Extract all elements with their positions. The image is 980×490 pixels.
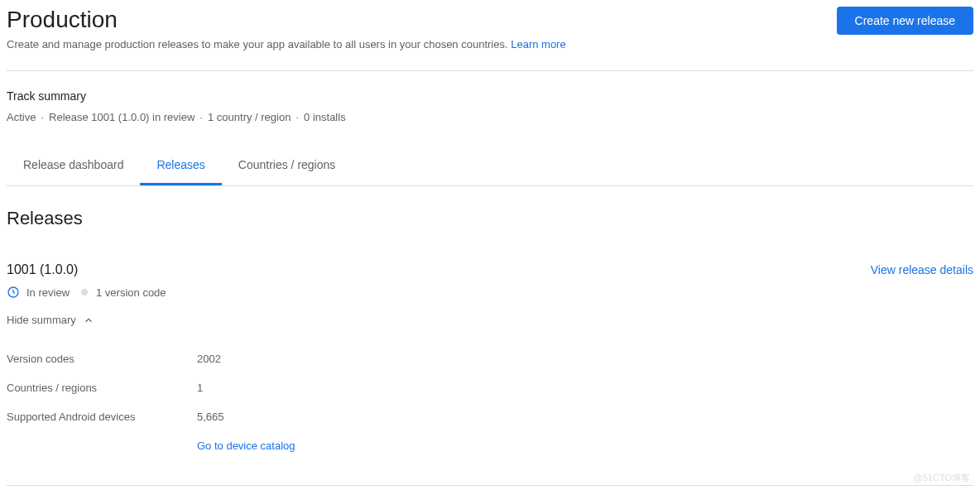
release-status-text: In review: [26, 286, 70, 299]
version-code-text: 1 version code: [96, 286, 166, 299]
create-new-release-button[interactable]: Create new release: [837, 7, 973, 35]
tab-releases[interactable]: Releases: [140, 147, 221, 185]
devices-value: 5,665: [197, 411, 224, 423]
page-subtitle: Create and manage production releases to…: [7, 38, 973, 50]
track-summary-label: Track summary: [7, 89, 973, 103]
tabs-bar: Release dashboard Releases Countries / r…: [7, 147, 973, 186]
chevron-up-icon: [83, 315, 94, 326]
countries-value: 1: [197, 382, 203, 394]
release-name: 1001 (1.0.0): [7, 262, 78, 277]
release-summary-table: Version codes 2002 Countries / regions 1…: [7, 344, 973, 460]
countries-label: Countries / regions: [7, 382, 197, 394]
clock-icon: [7, 286, 20, 299]
releases-section-title: Releases: [7, 208, 973, 229]
grey-dot-icon: [81, 289, 88, 295]
tab-countries-regions[interactable]: Countries / regions: [222, 147, 353, 185]
view-release-details-link[interactable]: View release details: [871, 263, 973, 276]
hide-summary-toggle[interactable]: Hide summary: [7, 314, 973, 326]
tab-release-dashboard[interactable]: Release dashboard: [7, 147, 140, 185]
watermark-text: @51CTO博客: [914, 472, 970, 484]
learn-more-link[interactable]: Learn more: [511, 38, 565, 50]
page-title: Production: [7, 7, 118, 33]
version-codes-value: 2002: [197, 353, 221, 365]
version-codes-label: Version codes: [7, 353, 197, 365]
devices-label: Supported Android devices: [7, 411, 197, 423]
divider: [7, 70, 973, 71]
track-summary-line: Active·Release 1001 (1.0.0) in review·1 …: [7, 111, 973, 123]
divider: [7, 485, 973, 486]
release-status-row: In review 1 version code: [7, 286, 973, 299]
go-to-device-catalog-link[interactable]: Go to device catalog: [197, 440, 295, 452]
